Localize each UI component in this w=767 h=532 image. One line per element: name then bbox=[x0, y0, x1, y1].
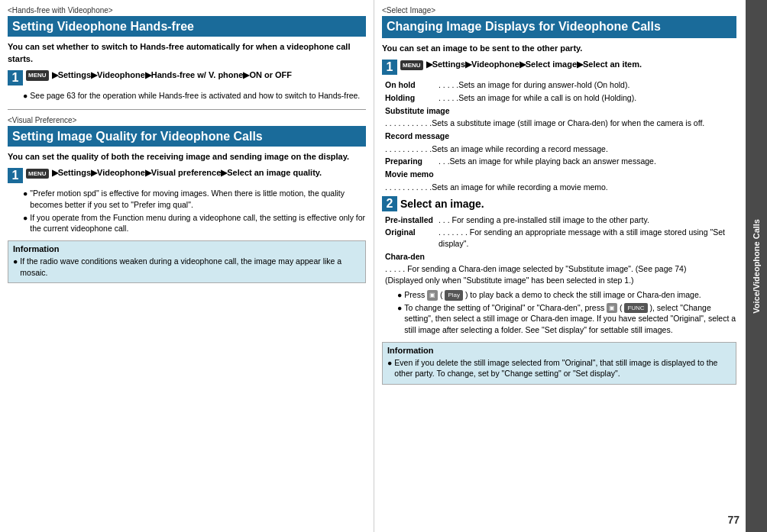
def-record-label: Record message bbox=[385, 131, 736, 143]
step2-bullets: ● Press ▣ ( Play ) to play back a demo t… bbox=[397, 289, 736, 336]
page-number: 77 bbox=[727, 514, 739, 526]
def-on-hold: On hold . . . . .Sets an image for durin… bbox=[385, 79, 736, 91]
def-charaden-label: Chara-den bbox=[385, 251, 736, 263]
step2-bullet2: ● To change the setting of "Original" or… bbox=[397, 302, 736, 336]
def-original: Original . . . . . . . For sending an ap… bbox=[385, 227, 736, 249]
right-step1-content: MENU ▶Settings▶Videophone▶Select image▶S… bbox=[400, 59, 736, 70]
left-info-item: ● If the radio wave conditions weaken du… bbox=[13, 256, 361, 278]
right-panel: <Select Image> Changing Image Displays f… bbox=[374, 0, 767, 532]
section-handsfree: <Hands-free with Videophone> Setting Vid… bbox=[8, 6, 366, 102]
section2-step1-content: MENU ▶Settings▶Videophone▶Visual prefere… bbox=[26, 167, 366, 179]
section2-intro: You can set the quality of both the rece… bbox=[8, 151, 366, 163]
def-movie-text: . . . . . . . . . . .Sets an image for w… bbox=[385, 182, 736, 193]
step1-path: ▶Settings▶Videophone▶Hands-free w/ V. ph… bbox=[52, 70, 292, 79]
step2-number: 2 bbox=[382, 196, 397, 211]
step2-title: Select an image. bbox=[400, 198, 484, 210]
side-tab-text: Voice/Videophone Calls bbox=[752, 219, 761, 314]
section2-bullet2-text: If you operate from the Function menu du… bbox=[30, 212, 366, 234]
step1-content: MENU ▶Settings▶Videophone▶Hands-free w/ … bbox=[26, 69, 366, 81]
left-panel: <Hands-free with Videophone> Setting Vid… bbox=[0, 0, 374, 532]
menu-icon3: MENU bbox=[400, 60, 423, 70]
bullet-item: ● See page 63 for the operation while Ha… bbox=[23, 90, 366, 102]
def-preparing: Preparing . . .Sets an image for while p… bbox=[385, 156, 736, 167]
def-charaden-text: . . . . . For sending a Chara-den image … bbox=[385, 263, 736, 285]
def-substitute-text: . . . . . . . . . . .Sets a substitute i… bbox=[385, 118, 736, 129]
right-step1-path: ▶Settings▶Videophone▶Select image▶Select… bbox=[426, 60, 642, 69]
def-movie-label: Movie memo bbox=[385, 169, 736, 181]
section2-bullet1: ● "Prefer motion spd" is effective for m… bbox=[23, 188, 366, 210]
section1-tag: <Hands-free with Videophone> bbox=[8, 6, 366, 15]
menu-icon: MENU bbox=[26, 70, 49, 80]
right-step1-block: 1 MENU ▶Settings▶Videophone▶Select image… bbox=[382, 59, 736, 75]
section-imagequality: <Visual Preference> Setting Image Qualit… bbox=[8, 109, 366, 234]
definitions-list: On hold . . . . .Sets an image for durin… bbox=[385, 79, 736, 192]
right-section1-heading: Changing Image Displays for Videophone C… bbox=[382, 16, 736, 38]
section2-tag: <Visual Preference> bbox=[8, 116, 366, 124]
section2-step1-path: ▶Settings▶Videophone▶Visual preference▶S… bbox=[52, 168, 322, 177]
section2-heading: Setting Image Quality for Videophone Cal… bbox=[8, 126, 366, 147]
step2-bullet1-text: Press ▣ ( Play ) to play back a demo to … bbox=[404, 289, 701, 301]
def-preinstalled: Pre-installed . . . For sending a pre-in… bbox=[385, 214, 736, 226]
menu-icon2: MENU bbox=[26, 169, 49, 179]
step2-bullet2-text: To change the setting of "Original" or "… bbox=[404, 302, 736, 336]
side-tab: Voice/Videophone Calls bbox=[746, 0, 767, 532]
left-info-text: If the radio wave conditions weaken duri… bbox=[20, 256, 361, 278]
bullet-text: See page 63 for the operation while Hand… bbox=[30, 90, 360, 102]
step1-number: 1 bbox=[8, 70, 23, 85]
section2-bullets: ● "Prefer motion spd" is effective for m… bbox=[23, 188, 366, 234]
section1-intro: You can set whether to switch to Hands-f… bbox=[8, 41, 366, 65]
right-info-text: Even if you delete the still image selec… bbox=[394, 357, 731, 379]
section1-heading: Setting Videophone Hands-free bbox=[8, 16, 366, 37]
section2-step1-block: 1 MENU ▶Settings▶Videophone▶Visual prefe… bbox=[8, 167, 366, 183]
left-info-box: Information ● If the radio wave conditio… bbox=[8, 240, 366, 283]
right-section1-tag: <Select Image> bbox=[382, 6, 736, 15]
step2-heading: 2 Select an image. bbox=[382, 196, 736, 211]
def-record-text: . . . . . . . . . . .Sets an image while… bbox=[385, 143, 736, 155]
right-step1-number: 1 bbox=[382, 60, 397, 75]
def-substitute-label: Substitute image bbox=[385, 105, 736, 118]
step1-block: 1 MENU ▶Settings▶Videophone▶Hands-free w… bbox=[8, 69, 366, 85]
section2-bullet1-text: "Prefer motion spd" is effective for mov… bbox=[30, 188, 366, 210]
right-info-header: Information bbox=[387, 346, 731, 355]
right-info-box: Information ● Even if you delete the sti… bbox=[382, 342, 736, 385]
step2-bullet1: ● Press ▣ ( Play ) to play back a demo t… bbox=[397, 289, 736, 301]
section2-bullet2: ● If you operate from the Function menu … bbox=[23, 212, 366, 234]
section1-bullets: ● See page 63 for the operation while Ha… bbox=[23, 90, 366, 102]
section2-step1-number: 1 bbox=[8, 168, 23, 183]
step2-options: Pre-installed . . . For sending a pre-in… bbox=[385, 214, 736, 286]
right-info-item: ● Even if you delete the still image sel… bbox=[387, 357, 731, 379]
right-section1-intro: You can set an image to be sent to the o… bbox=[382, 43, 736, 54]
left-info-header: Information bbox=[13, 244, 361, 253]
def-holding: Holding . . . . .Sets an image for while… bbox=[385, 92, 736, 104]
